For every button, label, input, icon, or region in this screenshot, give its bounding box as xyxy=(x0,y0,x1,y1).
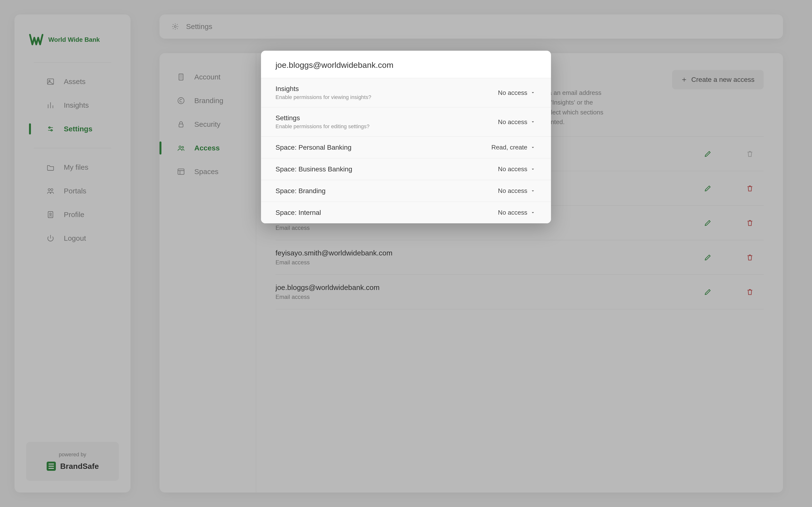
permission-dropdown[interactable]: No access xyxy=(497,187,537,195)
caret-down-icon xyxy=(531,211,535,215)
permission-value: Read, create xyxy=(491,144,527,151)
caret-down-icon xyxy=(531,120,535,124)
permission-value: No access xyxy=(498,118,527,126)
permission-dropdown[interactable]: Read, create xyxy=(490,144,537,151)
permission-dropdown[interactable]: No access xyxy=(497,165,537,173)
permission-value: No access xyxy=(498,165,527,173)
permission-row: Insights Enable permissions for viewing … xyxy=(261,78,551,107)
permission-row: Space: Branding No access xyxy=(261,180,551,202)
permission-title: Space: Business Banking xyxy=(275,165,352,173)
permission-row: Space: Personal Banking Read, create xyxy=(261,137,551,158)
permission-row: Space: Business Banking No access xyxy=(261,158,551,180)
permission-value: No access xyxy=(498,187,527,194)
permission-title: Insights xyxy=(275,85,371,93)
permission-dropdown[interactable]: No access xyxy=(497,209,537,217)
permission-title: Space: Internal xyxy=(275,209,321,217)
permissions-modal: joe.bloggs@worldwidebank.com Insights En… xyxy=(261,51,551,223)
permission-title: Settings xyxy=(275,114,369,122)
permission-subtitle: Enable permissions for viewing insights? xyxy=(275,94,371,101)
caret-down-icon xyxy=(531,167,535,171)
permission-value: No access xyxy=(498,89,527,97)
permission-dropdown[interactable]: No access xyxy=(497,118,537,126)
modal-body: Insights Enable permissions for viewing … xyxy=(261,78,551,223)
permission-row: Space: Internal No access xyxy=(261,202,551,223)
permission-value: No access xyxy=(498,209,527,216)
caret-down-icon xyxy=(531,145,535,150)
permission-title: Space: Branding xyxy=(275,187,325,195)
permission-subtitle: Enable permissions for editing settings? xyxy=(275,123,369,130)
permission-row: Settings Enable permissions for editing … xyxy=(261,107,551,137)
modal-title: joe.bloggs@worldwidebank.com xyxy=(261,51,551,78)
permission-dropdown[interactable]: No access xyxy=(497,89,537,97)
caret-down-icon xyxy=(531,91,535,95)
caret-down-icon xyxy=(531,189,535,193)
permission-title: Space: Personal Banking xyxy=(275,144,351,151)
